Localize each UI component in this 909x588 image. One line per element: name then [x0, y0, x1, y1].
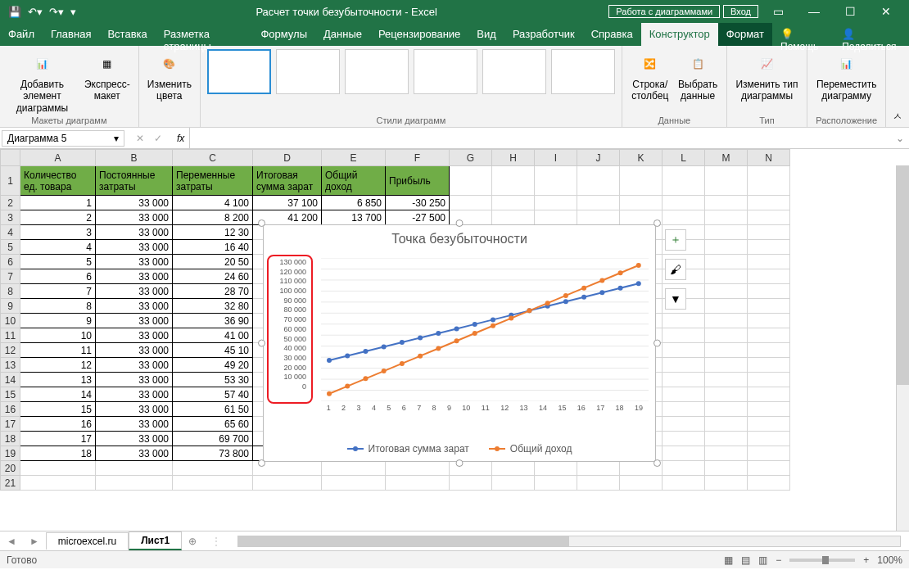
new-sheet-icon[interactable]: ⊕: [182, 536, 203, 547]
chart-title[interactable]: Точка безубыточности: [264, 225, 655, 253]
formula-bar-row: Диаграмма 5▾ ✕ ✓ fx ⌄: [0, 128, 909, 149]
zoom-in-icon[interactable]: +: [863, 554, 869, 566]
chart-elements-button[interactable]: ＋: [665, 229, 686, 251]
chart-styles-button[interactable]: 🖌: [665, 259, 686, 280]
ribbon-options-icon[interactable]: ▭: [762, 5, 794, 18]
chart-styles-gallery[interactable]: [207, 49, 615, 115]
maximize-icon[interactable]: ☐: [834, 5, 866, 18]
style-thumb[interactable]: [551, 49, 615, 94]
view-layout-icon[interactable]: ▤: [741, 554, 750, 566]
legend-series-2: Общий доход: [510, 443, 572, 455]
zoom-level[interactable]: 100%: [877, 554, 902, 566]
sheet-tab-active[interactable]: Лист1: [129, 531, 182, 550]
menu-bar: Файл Главная Вставка Разметка страницы Ф…: [0, 23, 909, 46]
share-button[interactable]: 👤 Поделиться: [834, 23, 909, 46]
login-button[interactable]: Вход: [723, 5, 758, 18]
close-icon[interactable]: ✕: [870, 5, 902, 18]
chart-filters-button[interactable]: ▼: [665, 288, 686, 310]
move-chart-button[interactable]: 📊Переместить диаграмму: [814, 49, 879, 104]
group-layouts-label: Макеты диаграмм: [31, 115, 106, 125]
chart-plot-area[interactable]: [321, 258, 649, 401]
quick-layout-button[interactable]: ▦Экспресс- макет: [83, 49, 132, 104]
tab-insert[interactable]: Вставка: [99, 23, 155, 46]
save-icon[interactable]: 💾: [8, 6, 21, 18]
style-thumb[interactable]: [482, 49, 546, 94]
redo-icon[interactable]: ↷▾: [49, 6, 64, 18]
tab-view[interactable]: Вид: [468, 23, 504, 46]
undo-icon[interactable]: ↶▾: [28, 6, 43, 18]
formula-bar[interactable]: [189, 128, 891, 148]
group-location-label: Расположение: [816, 115, 877, 125]
tab-formulas[interactable]: Формулы: [252, 23, 315, 46]
qat-more-icon[interactable]: ▾: [70, 6, 76, 18]
window-title: Расчет точки безубыточности - Excel: [84, 6, 608, 18]
select-data-button[interactable]: 📋Выбрать данные: [676, 49, 720, 104]
change-colors-button[interactable]: 🎨Изменить цвета: [146, 49, 193, 104]
tab-file[interactable]: Файл: [0, 23, 43, 46]
ribbon: 📊Добавить элемент диаграммы ▦Экспресс- м…: [0, 46, 909, 128]
tab-design[interactable]: Конструктор: [641, 23, 718, 46]
add-chart-element-button[interactable]: 📊Добавить элемент диаграммы: [7, 49, 78, 115]
tab-data[interactable]: Данные: [315, 23, 370, 46]
sheet-nav-prev-icon[interactable]: ◄: [0, 536, 23, 547]
group-styles-label: Стили диаграмм: [376, 115, 445, 125]
horizontal-scrollbar[interactable]: [237, 536, 901, 547]
tab-developer[interactable]: Разработчик: [504, 23, 583, 46]
status-bar: Готово ▦ ▤ ▥ − + 100%: [0, 550, 909, 568]
name-box[interactable]: Диаграмма 5▾: [2, 130, 124, 147]
cancel-formula-icon[interactable]: ✕: [136, 133, 144, 144]
sheet-tabs-bar: ◄ ► microexcel.ru Лист1 ⊕ ⋮: [0, 531, 909, 550]
minimize-icon[interactable]: —: [798, 5, 830, 18]
chart-tools-label: Работа с диаграммами: [608, 5, 720, 18]
style-thumb[interactable]: [207, 49, 271, 94]
zoom-out-icon[interactable]: −: [776, 554, 781, 566]
tab-review[interactable]: Рецензирование: [370, 23, 468, 46]
expand-formula-icon[interactable]: ⌄: [891, 133, 909, 144]
enter-formula-icon[interactable]: ✓: [154, 133, 162, 144]
x-axis: 12345678910111213141516171819: [321, 404, 649, 412]
tab-help[interactable]: Справка: [583, 23, 641, 46]
vertical-scrollbar[interactable]: [896, 165, 909, 531]
group-type-label: Тип: [759, 115, 774, 125]
tab-format[interactable]: Формат: [718, 23, 772, 46]
collapse-ribbon-icon[interactable]: ㅅ: [886, 106, 909, 127]
view-normal-icon[interactable]: ▦: [724, 554, 733, 566]
zoom-slider[interactable]: [789, 559, 855, 562]
title-bar: 💾 ↶▾ ↷▾ ▾ Расчет точки безубыточности - …: [0, 0, 909, 23]
tab-layout[interactable]: Разметка страницы: [156, 23, 253, 46]
style-thumb[interactable]: [276, 49, 340, 94]
tell-me[interactable]: 💡 Помощь: [772, 23, 834, 46]
legend-series-1: Итоговая сумма зарат: [369, 443, 469, 455]
view-pagebreak-icon[interactable]: ▥: [758, 554, 767, 566]
style-thumb[interactable]: [414, 49, 477, 94]
chart-legend[interactable]: Итоговая сумма зарат Общий доход: [264, 443, 655, 455]
fx-icon[interactable]: fx: [172, 133, 189, 144]
chart-object[interactable]: Точка безубыточности 130 000120 000110 0…: [263, 224, 656, 462]
sheet-nav-next-icon[interactable]: ►: [23, 536, 46, 547]
y-axis-highlighted[interactable]: 130 000120 000110 000100 00090 00080 000…: [267, 255, 313, 404]
status-ready: Готово: [7, 554, 37, 566]
tab-home[interactable]: Главная: [43, 23, 99, 46]
change-chart-type-button[interactable]: 📈Изменить тип диаграммы: [734, 49, 801, 104]
worksheet-area: ABCDEFGHIJKLMN1Количество ед. товараПост…: [0, 149, 909, 531]
switch-row-col-button[interactable]: 🔀Строка/ столбец: [629, 49, 672, 104]
style-thumb[interactable]: [345, 49, 409, 94]
sheet-tab[interactable]: microexcel.ru: [46, 532, 129, 550]
group-data-label: Данные: [658, 115, 690, 125]
